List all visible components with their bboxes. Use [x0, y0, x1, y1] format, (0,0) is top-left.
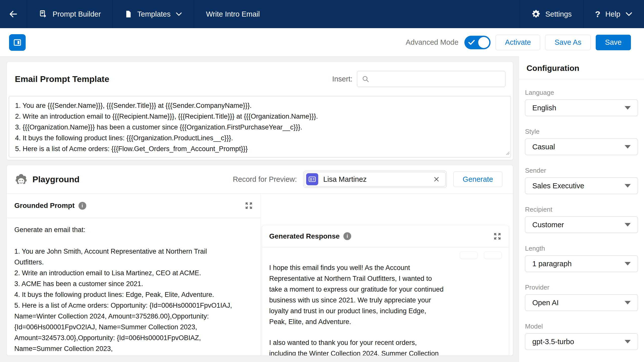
check-icon [468, 40, 475, 45]
save-as-button[interactable]: Save As [545, 35, 590, 50]
info-icon[interactable]: i [343, 232, 351, 240]
recipient-select[interactable]: Customer [525, 216, 638, 233]
caret-down-icon [625, 301, 631, 304]
generated-response-panel: Generated Response i I hope this email f… [262, 225, 509, 356]
clear-record-icon[interactable] [433, 175, 440, 183]
help-icon: ? [595, 9, 600, 19]
response-feedback-row [269, 251, 502, 259]
caret-down-icon [625, 106, 631, 110]
grounded-prompt-panel: Grounded Prompt i Generate an email that… [7, 194, 261, 356]
sender-select[interactable]: Sales Executive [525, 177, 638, 194]
activate-button[interactable]: Activate [496, 35, 540, 50]
nav-item-templates[interactable]: Templates [113, 0, 194, 28]
record-for-preview-label: Record for Preview: [233, 175, 297, 184]
config-field-style: Style Casual [525, 128, 638, 155]
template-card-title: Email Prompt Template [15, 74, 109, 84]
select-value: Customer [532, 221, 564, 229]
playground-card: Playground Record for Preview: Lisa Mart… [7, 165, 513, 356]
advanced-mode-label: Advanced Mode [406, 38, 459, 47]
gear-icon [531, 10, 540, 19]
response-paragraph: I hope this email finds you well! As the… [269, 262, 445, 327]
model-select[interactable]: gpt-3.5-turbo [525, 333, 638, 350]
field-label: Provider [525, 284, 638, 291]
configuration-title: Configuration [519, 57, 644, 79]
caret-down-icon [625, 184, 631, 188]
field-label: Language [525, 89, 638, 97]
select-value: Sales Executive [532, 182, 584, 190]
playground-header: Playground Record for Preview: Lisa Mart… [7, 165, 513, 194]
back-button[interactable] [0, 0, 27, 28]
resize-grip-icon[interactable] [505, 151, 510, 156]
length-select[interactable]: 1 paragraph [525, 255, 638, 272]
einstein-robot-icon [15, 173, 27, 186]
prompt-builder-icon [38, 10, 48, 19]
chevron-down-icon [625, 12, 632, 16]
caret-down-icon [625, 340, 631, 343]
insert-group: Insert: [332, 71, 505, 87]
caret-down-icon [625, 145, 631, 149]
nav-right-cluster: Settings ? Help [519, 0, 644, 28]
template-card-header: Email Prompt Template Insert: [7, 62, 513, 96]
prompt-builder-app: Prompt Builder Templates Write Intro Ema… [0, 0, 644, 362]
config-field-recipient: Recipient Customer [525, 206, 638, 233]
caret-down-icon [625, 262, 631, 265]
caret-down-icon [625, 223, 631, 227]
grounded-prompt-header: Grounded Prompt i [7, 194, 261, 218]
response-action-button[interactable] [484, 251, 502, 259]
playground-controls: Record for Preview: Lisa Martinez Genera… [233, 171, 502, 188]
insert-search-input[interactable] [372, 75, 501, 83]
language-select[interactable]: English [525, 100, 638, 116]
generated-response-title: Generated Response [269, 232, 340, 240]
nav-item-prompt-builder[interactable]: Prompt Builder [27, 0, 113, 28]
response-action-button[interactable] [460, 251, 477, 259]
file-icon [124, 10, 132, 18]
generated-response-header: Generated Response i [262, 225, 509, 247]
chevron-down-icon [176, 12, 182, 16]
record-name: Lisa Martinez [323, 175, 367, 184]
field-label: Model [525, 323, 638, 330]
field-label: Length [525, 245, 638, 252]
settings-button[interactable]: Settings [519, 0, 583, 28]
configuration-sidebar: Configuration Language English Style Cas… [519, 57, 644, 362]
toolbar-divider [0, 56, 519, 57]
advanced-mode-toggle[interactable] [464, 36, 491, 49]
save-button[interactable]: Save [596, 35, 631, 50]
panel-layout-icon [13, 38, 22, 47]
select-value: Open AI [532, 299, 559, 307]
select-value: Casual [532, 143, 555, 151]
select-value: 1 paragraph [532, 260, 572, 268]
config-field-model: Model gpt-3.5-turbo [525, 323, 638, 350]
nav-item-label: Templates [137, 10, 171, 18]
insert-search-box [357, 71, 505, 87]
grounded-prompt-title: Grounded Prompt [14, 202, 75, 210]
configuration-fields: Language English Style Casual Sender Sal… [519, 79, 644, 359]
grounded-prompt-text: Generate an email that: 1. You are John … [7, 218, 241, 356]
config-field-provider: Provider Open AI [525, 284, 638, 311]
settings-label: Settings [545, 10, 572, 18]
arrow-left-icon [9, 9, 18, 19]
provider-select[interactable]: Open AI [525, 294, 638, 311]
expand-icon[interactable] [245, 201, 253, 210]
toggle-knob [478, 37, 489, 48]
prompt-template-editor[interactable]: 1. You are {{{Sender.Name}}}, {{{Sender.… [9, 96, 511, 157]
help-menu[interactable]: ? Help [583, 0, 644, 28]
generated-response-text: I hope this email finds you well! As the… [269, 262, 445, 356]
style-select[interactable]: Casual [525, 139, 638, 155]
config-field-length: Length 1 paragraph [525, 245, 638, 272]
action-toolbar: Advanced Mode Activate Save As Save [0, 28, 644, 57]
generated-response-body: I hope this email finds you well! As the… [262, 247, 509, 356]
top-nav: Prompt Builder Templates Write Intro Ema… [0, 0, 644, 28]
playground-columns: Grounded Prompt i Generate an email that… [7, 194, 513, 356]
info-icon[interactable]: i [78, 202, 86, 210]
generate-button[interactable]: Generate [453, 171, 502, 187]
field-label: Sender [525, 167, 638, 174]
insert-label: Insert: [332, 75, 352, 83]
record-pill: Lisa Martinez [303, 171, 447, 188]
nav-item-label: Prompt Builder [53, 10, 101, 18]
search-icon [362, 75, 369, 83]
expand-icon[interactable] [493, 232, 502, 241]
toggle-side-panel-button[interactable] [9, 34, 26, 51]
playground-title: Playground [32, 174, 79, 184]
help-label: Help [605, 10, 620, 18]
record-pill-inner: Lisa Martinez [305, 172, 446, 187]
